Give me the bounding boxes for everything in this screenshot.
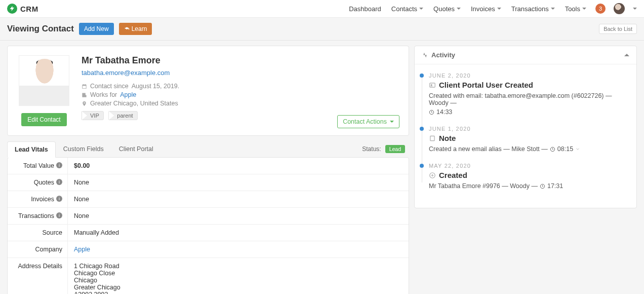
edit-contact-button[interactable]: Edit Contact <box>21 113 66 126</box>
nav-transactions[interactable]: Transactions <box>510 3 556 15</box>
tab-custom-fields[interactable]: Custom Fields <box>56 141 111 157</box>
content-area: Edit Contact Mr Tabatha Emore tabatha.em… <box>0 41 644 294</box>
user-menu-caret-icon[interactable] <box>633 8 637 10</box>
tag-vip-label: VIP <box>90 113 99 119</box>
back-to-list-button[interactable]: Back to List <box>599 24 637 34</box>
lead-vitals-table: Total Valuei $0.00 Quotesi None Invoices… <box>7 157 409 294</box>
contact-email-link[interactable]: tabatha.emore@example.com <box>82 69 397 77</box>
user-avatar[interactable] <box>614 3 625 14</box>
info-icon[interactable]: i <box>56 162 62 168</box>
id-card-icon <box>429 82 436 89</box>
clock-icon <box>540 183 545 189</box>
nav-dashboard[interactable]: Dashboard <box>348 3 382 15</box>
learn-button[interactable]: Learn <box>119 23 152 35</box>
value-company: Apple <box>74 246 90 253</box>
brand-name: CRM <box>20 5 38 13</box>
tag-parent[interactable]: parent <box>108 111 137 120</box>
top-bar: CRM Dashboard Contacts Quotes Invoices T… <box>0 0 644 18</box>
row-company: Company Apple <box>8 241 409 258</box>
contact-company: Works for Apple <box>82 91 397 98</box>
activity-date: MAY 22, 2020 <box>429 163 628 169</box>
learn-icon <box>124 26 130 32</box>
value-total-value: $0.00 <box>74 162 90 169</box>
notifications-badge[interactable]: 3 <box>595 4 606 14</box>
activity-heading: Activity <box>431 51 455 59</box>
label-company: Company <box>35 246 63 253</box>
works-for-prefix: Works for <box>90 91 117 98</box>
status-area: Status: Lead <box>362 145 409 153</box>
nav-tools-label: Tools <box>565 5 580 13</box>
addr-line: A3992 3992 <box>74 291 402 294</box>
nav-contacts[interactable]: Contacts <box>390 3 424 15</box>
svg-point-1 <box>431 84 432 85</box>
activity-body-pre: Created with email: tabatha.emore@exampl… <box>429 92 628 106</box>
add-new-button[interactable]: Add New <box>79 23 114 35</box>
tab-custom-fields-label: Custom Fields <box>63 145 104 153</box>
contact-email-text: tabatha.emore@example.com <box>82 69 170 77</box>
label-address: Address Details <box>18 263 62 270</box>
pin-icon <box>82 101 87 106</box>
brand[interactable]: CRM <box>7 4 38 14</box>
contact-since: Contact since August 15, 2019. <box>82 83 397 90</box>
chevron-down-icon[interactable] <box>575 146 580 152</box>
note-icon <box>429 135 436 142</box>
timeline-dot-icon <box>420 127 424 131</box>
tab-lead-vitals[interactable]: Lead Vitals <box>7 141 56 158</box>
brand-logo-icon <box>7 4 17 14</box>
nav-contacts-label: Contacts <box>391 5 417 13</box>
tab-client-portal[interactable]: Client Portal <box>111 141 161 157</box>
contact-name: Mr Tabatha Emore <box>82 55 397 66</box>
tag-vip[interactable]: VIP <box>82 111 104 120</box>
svg-rect-0 <box>430 83 435 87</box>
activity-header[interactable]: Activity <box>415 46 636 64</box>
addr-line: Chicago Close <box>74 270 402 277</box>
info-icon[interactable]: i <box>56 212 62 218</box>
company-value-link[interactable]: Apple <box>74 246 90 253</box>
edit-contact-label: Edit Contact <box>27 116 60 123</box>
svg-rect-3 <box>430 136 434 140</box>
company-link[interactable]: Apple <box>120 91 136 98</box>
status-value: Lead <box>389 146 401 152</box>
nav-invoices[interactable]: Invoices <box>470 3 502 15</box>
value-invoices: None <box>67 191 409 207</box>
back-label: Back to List <box>603 26 632 32</box>
tag-parent-label: parent <box>117 113 133 119</box>
nav-transactions-label: Transactions <box>511 5 549 13</box>
location-text: Greater Chicago, United States <box>90 100 178 107</box>
contact-actions-label: Contact Actions <box>343 118 387 125</box>
info-icon[interactable]: i <box>56 179 62 185</box>
activity-feed: JUNE 2, 2020 Client Portal User Created … <box>415 64 636 208</box>
notifications-count: 3 <box>599 6 602 12</box>
tabs-bar: Lead Vitals Custom Fields Client Portal … <box>7 141 409 157</box>
activity-body: Created with email: tabatha.emore@exampl… <box>429 92 628 116</box>
activity-time: 17:31 <box>547 182 563 190</box>
addr-line: 1 Chicago Road <box>74 263 402 270</box>
nav-invoices-label: Invoices <box>471 5 495 13</box>
heartbeat-icon <box>422 52 428 58</box>
tab-lead-vitals-label: Lead Vitals <box>15 146 48 153</box>
activity-item: JUNE 1, 2020 Note Created a new email al… <box>429 126 628 153</box>
value-source: Manually Added <box>67 225 409 241</box>
info-icon[interactable]: i <box>56 196 62 202</box>
activity-body-pre: Mr Tabatha Emore #9976 — Woody — <box>429 182 538 190</box>
chevron-down-icon <box>419 8 423 10</box>
value-transactions: None <box>67 208 409 224</box>
status-label: Status: <box>362 145 381 153</box>
chevron-down-icon <box>497 8 501 10</box>
contact-profile-panel: Edit Contact Mr Tabatha Emore tabatha.em… <box>7 46 409 136</box>
contact-actions-button[interactable]: Contact Actions <box>337 115 399 128</box>
row-source: Source Manually Added <box>8 225 409 241</box>
building-icon <box>82 92 87 98</box>
avatar-column: Edit Contact <box>19 55 69 126</box>
timeline-dot-icon <box>420 74 424 78</box>
activity-title: Note <box>429 134 628 142</box>
page-title: Viewing Contact <box>7 24 74 34</box>
clock-icon <box>429 109 434 115</box>
contact-actions-wrap: Contact Actions <box>337 115 399 128</box>
collapse-icon <box>624 54 629 56</box>
nav-tools[interactable]: Tools <box>564 3 587 15</box>
activity-date: JUNE 1, 2020 <box>429 126 628 132</box>
label-quotes: Quotes <box>34 179 54 186</box>
nav-quotes[interactable]: Quotes <box>432 3 462 15</box>
contact-avatar <box>19 55 69 106</box>
